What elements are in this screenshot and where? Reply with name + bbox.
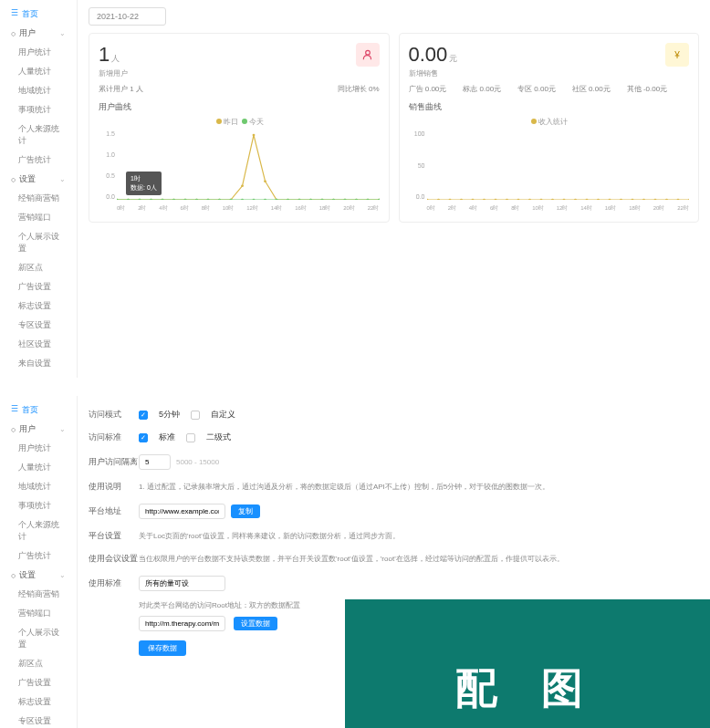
svg-point-71 xyxy=(676,199,679,200)
nav-home[interactable]: ☰首页 xyxy=(0,400,77,420)
svg-point-52 xyxy=(460,199,463,200)
svg-point-46 xyxy=(355,199,358,200)
nav-group-user[interactable]: ○用户⌄ xyxy=(0,24,77,43)
svg-point-68 xyxy=(642,199,645,200)
sidebar-item[interactable]: 广告设置 xyxy=(0,673,77,692)
chart-revenue: 100500.0 0时2时4时6时8时10时12时14时16时18时20时22时 xyxy=(409,130,690,213)
radio-level2[interactable] xyxy=(186,433,195,442)
svg-point-65 xyxy=(608,199,611,200)
svg-point-66 xyxy=(620,199,622,200)
sidebar-item[interactable]: 经销商营销 xyxy=(0,189,77,208)
sidebar-item[interactable]: 个人来源统计 xyxy=(0,515,77,546)
sidebar-item[interactable]: 社区设置 xyxy=(0,335,77,354)
card-users: 1人 新增用户 累计用户 1 人同比增长 0% 用户曲线 昨日 今天 1.51.… xyxy=(89,33,390,223)
chart-users: 1.51.00.50.0 1时数据: 0人 0时2时4时6时8时10时12时14… xyxy=(99,130,380,213)
home-icon: ☰ xyxy=(11,404,18,416)
svg-point-33 xyxy=(207,199,210,200)
svg-point-36 xyxy=(241,199,244,200)
sidebar-item[interactable]: 地域统计 xyxy=(0,81,77,100)
svg-point-31 xyxy=(184,199,187,200)
svg-point-30 xyxy=(172,199,175,200)
sidebar-item[interactable]: 标志设置 xyxy=(0,296,77,316)
chart-legend: 昨日 今天 xyxy=(99,117,380,127)
sidebar-item[interactable]: 事项统计 xyxy=(0,100,77,120)
svg-point-38 xyxy=(264,199,266,200)
nav-group-settings[interactable]: ○设置⌄ xyxy=(0,170,77,189)
sidebar-item[interactable]: 广告统计 xyxy=(0,546,77,566)
placeholder-banner: 配 图 xyxy=(345,599,710,728)
sidebar-item[interactable]: 人量统计 xyxy=(0,458,77,477)
chevron-down-icon: ⌄ xyxy=(59,29,66,37)
svg-point-44 xyxy=(332,199,335,200)
svg-point-60 xyxy=(551,199,554,200)
svg-point-48 xyxy=(378,199,379,200)
sidebar-item[interactable]: 用户统计 xyxy=(0,43,77,62)
svg-point-41 xyxy=(298,199,301,200)
card-revenue: 0.00元 新增销售 ¥ 广告 0.00元标志 0.00元专区 0.00元社区 … xyxy=(399,33,700,223)
svg-point-37 xyxy=(253,199,256,200)
sidebar-item[interactable]: 广告设置 xyxy=(0,277,77,296)
sidebar-item[interactable]: 来自设置 xyxy=(0,354,77,373)
svg-point-0 xyxy=(365,50,370,55)
radio-standard[interactable] xyxy=(139,433,148,442)
sidebar-item[interactable]: 专区设置 xyxy=(0,316,77,335)
svg-point-43 xyxy=(321,199,324,200)
set-data-button[interactable]: 设置数据 xyxy=(234,617,277,630)
svg-point-25 xyxy=(117,199,118,200)
radio-custom[interactable] xyxy=(191,411,200,420)
sidebar-item[interactable]: 用户统计 xyxy=(0,439,77,458)
sidebar-item[interactable]: 广告统计 xyxy=(0,151,77,170)
date-picker[interactable] xyxy=(89,7,166,26)
svg-point-50 xyxy=(437,199,440,200)
dashboard-content: 1人 新增用户 累计用户 1 人同比增长 0% 用户曲线 昨日 今天 1.51.… xyxy=(78,0,710,378)
svg-point-32 xyxy=(195,199,198,200)
nav-home[interactable]: ☰首页 xyxy=(0,5,77,24)
svg-point-51 xyxy=(448,199,451,200)
svg-point-49 xyxy=(427,199,428,200)
sidebar-item[interactable]: 新区点 xyxy=(0,258,77,277)
svg-point-59 xyxy=(539,199,542,200)
sidebar-item[interactable]: 地域统计 xyxy=(0,477,77,496)
svg-point-28 xyxy=(150,199,152,200)
sidebar-item[interactable]: 个人来源统计 xyxy=(0,120,77,151)
sidebar-item[interactable]: 个人展示设置 xyxy=(0,227,77,258)
chart-legend: 收入统计 xyxy=(409,117,690,127)
sidebar-item[interactable]: 经销商营销 xyxy=(0,585,77,604)
sidebar-item[interactable]: 专区设置 xyxy=(0,712,77,728)
copy-button[interactable]: 复制 xyxy=(231,504,260,518)
chevron-down-icon: ⌄ xyxy=(59,425,66,433)
sidebar-item[interactable]: 新区点 xyxy=(0,654,77,673)
svg-point-67 xyxy=(631,199,633,200)
card-value: 1 xyxy=(99,43,110,66)
svg-point-70 xyxy=(665,199,668,200)
svg-point-63 xyxy=(585,199,588,200)
chevron-down-icon: ⌄ xyxy=(59,571,66,579)
isolation-input[interactable] xyxy=(139,454,171,470)
svg-point-45 xyxy=(344,199,347,200)
sidebar-item[interactable]: 个人展示设置 xyxy=(0,623,77,654)
svg-point-29 xyxy=(162,199,164,200)
nav-group-user[interactable]: ○用户⌄ xyxy=(0,420,77,439)
svg-point-58 xyxy=(528,199,531,200)
root-url-input[interactable] xyxy=(139,616,225,631)
svg-point-14 xyxy=(264,181,266,182)
sidebar-item[interactable]: 人量统计 xyxy=(0,62,77,81)
radio-5min[interactable] xyxy=(139,411,148,420)
svg-point-47 xyxy=(367,199,370,200)
save-button[interactable]: 保存数据 xyxy=(139,640,186,656)
sidebar-item[interactable]: 标志设置 xyxy=(0,692,77,712)
nav-group-settings[interactable]: ○设置⌄ xyxy=(0,566,77,585)
user-icon xyxy=(356,43,380,67)
svg-point-57 xyxy=(517,199,519,200)
sidebar-item[interactable]: 营销端口 xyxy=(0,604,77,623)
svg-point-26 xyxy=(127,199,130,200)
svg-point-62 xyxy=(574,199,577,200)
platform-url-input[interactable] xyxy=(139,504,225,519)
svg-point-53 xyxy=(471,199,474,200)
home-icon: ☰ xyxy=(11,8,18,20)
sidebar-item[interactable]: 事项统计 xyxy=(0,496,77,515)
sidebar-item[interactable]: 营销端口 xyxy=(0,208,77,227)
svg-point-42 xyxy=(309,199,312,200)
svg-point-40 xyxy=(287,199,289,200)
standard-input[interactable] xyxy=(139,576,225,591)
